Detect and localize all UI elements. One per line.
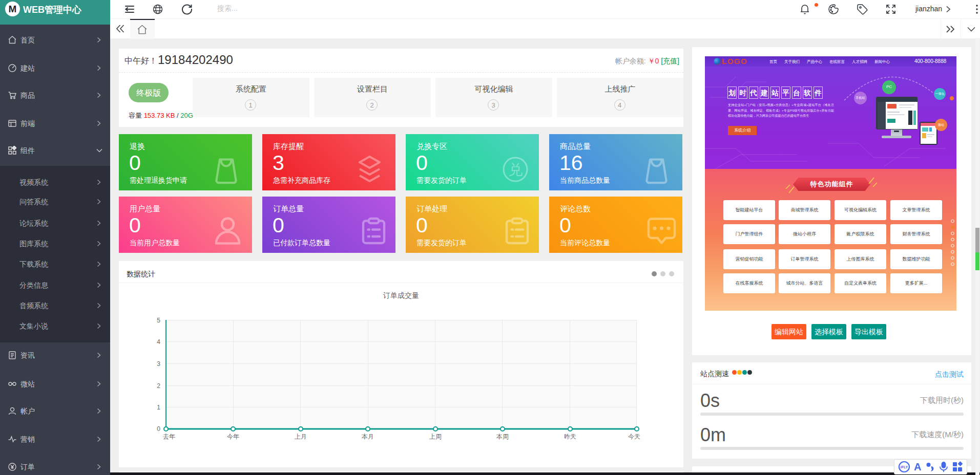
svg-text:4: 4 [157, 338, 160, 346]
svg-text:上周: 上周 [429, 433, 442, 440]
svg-text:1: 1 [157, 404, 160, 411]
svg-text:上月: 上月 [295, 433, 307, 440]
svg-text:兑: 兑 [508, 162, 523, 178]
svg-text:3: 3 [157, 360, 160, 368]
svg-text:本月: 本月 [361, 433, 374, 440]
svg-text:0: 0 [157, 425, 160, 433]
svg-text:5: 5 [157, 317, 160, 324]
svg-text:本周: 本周 [496, 433, 509, 440]
svg-text:2: 2 [157, 382, 160, 390]
svg-text:去年: 去年 [163, 433, 175, 440]
svg-text:iFLY: iFLY [901, 465, 908, 469]
svg-text:今天: 今天 [628, 433, 640, 440]
svg-text:今年: 今年 [227, 433, 239, 440]
svg-text:昨天: 昨天 [564, 433, 576, 440]
